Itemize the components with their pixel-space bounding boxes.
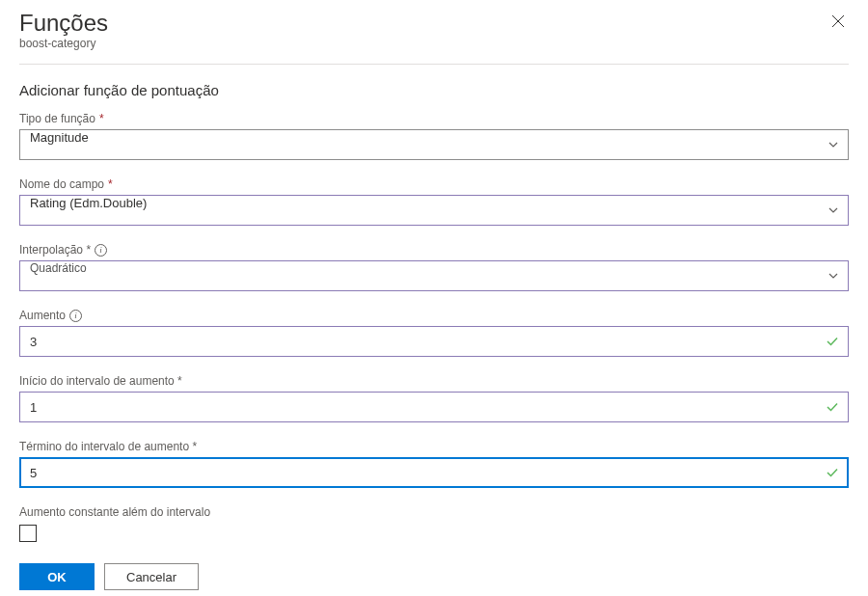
divider (19, 64, 849, 65)
required-asterisk: * (108, 177, 113, 191)
field-function-type: Tipo de função * Magnitude (19, 112, 849, 160)
function-type-label: Tipo de função * (19, 112, 849, 125)
field-name-select[interactable]: Rating (Edm.Double) (19, 195, 849, 226)
field-range-start: Início do intervalo de aumento * (19, 374, 849, 422)
range-start-label: Início do intervalo de aumento * (19, 374, 849, 388)
range-start-input-wrapper (19, 392, 849, 422)
page-title: Funções (19, 10, 827, 37)
field-field-name: Nome do campo * Rating (Edm.Double) (19, 177, 849, 226)
range-end-label: Término do intervalo de aumento * (19, 440, 849, 453)
cancel-button[interactable]: Cancelar (104, 563, 199, 590)
range-start-input[interactable] (19, 392, 849, 422)
function-type-label-text: Tipo de função (19, 112, 95, 125)
range-end-input[interactable] (19, 457, 849, 488)
info-icon[interactable]: i (69, 310, 82, 322)
constant-boost-checkbox[interactable] (19, 525, 37, 542)
ok-button[interactable]: OK (19, 563, 95, 590)
function-type-value: Magnitude (19, 129, 849, 160)
function-type-select[interactable]: Magnitude (19, 129, 849, 160)
field-name-label-text: Nome do campo (19, 177, 104, 191)
range-end-input-wrapper (19, 457, 849, 488)
interpolation-value: Quadrático (19, 260, 849, 291)
panel-header: Funções boost-category (19, 10, 849, 58)
boost-label-text: Aumento (19, 309, 66, 322)
interpolation-label-text: Interpolação * (19, 243, 91, 257)
boost-label: Aumento i (19, 309, 849, 322)
page-subtitle: boost-category (19, 37, 827, 50)
field-name-label: Nome do campo * (19, 177, 849, 191)
info-icon[interactable]: i (95, 244, 107, 257)
field-name-value: Rating (Edm.Double) (19, 195, 849, 226)
constant-boost-label: Aumento constante além do intervalo (19, 505, 849, 519)
boost-input[interactable] (19, 326, 849, 357)
field-interpolation: Interpolação * i Quadrático (19, 243, 849, 291)
section-title: Adicionar função de pontuação (19, 82, 849, 98)
close-icon[interactable] (827, 10, 849, 35)
boost-input-wrapper (19, 326, 849, 357)
interpolation-select[interactable]: Quadrático (19, 260, 849, 291)
interpolation-label: Interpolação * i (19, 243, 849, 257)
required-asterisk: * (99, 112, 104, 125)
button-row: OK Cancelar (19, 563, 849, 590)
field-constant-boost: Aumento constante além do intervalo (19, 505, 849, 542)
field-boost: Aumento i (19, 309, 849, 357)
field-range-end: Término do intervalo de aumento * (19, 440, 849, 488)
